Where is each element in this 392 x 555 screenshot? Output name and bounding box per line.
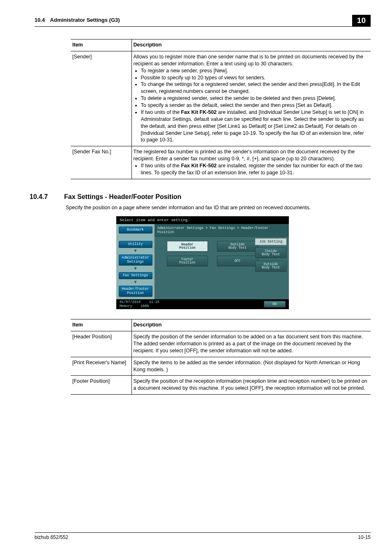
sidebar-item[interactable]: Fax Settings xyxy=(119,272,152,279)
running-footer: bizhub 652/552 10-15 xyxy=(35,532,371,540)
screenshot-statusbar: 01/07/2010 11:25 Memory 100% OK xyxy=(116,299,289,309)
table-row: [Sender Fax No.] The registered fax numb… xyxy=(71,146,371,179)
job-setting-label: Job Setting xyxy=(255,238,286,245)
running-header-text: 10.4 Administrator Settings (G3) xyxy=(35,17,120,23)
description-cell: Specify the position of the reception in… xyxy=(131,376,371,395)
chevron-down-icon: ▼ xyxy=(134,267,136,271)
chevron-down-icon: ▼ xyxy=(134,249,136,253)
sidebar-item[interactable]: Header/Footer Position xyxy=(119,286,152,297)
section-title: Fax Settings - Header/Footer Position xyxy=(64,193,181,201)
sidebar-item[interactable]: Administrator Settings xyxy=(119,254,152,266)
section-heading: 10.4.7 Fax Settings - Header/Footer Posi… xyxy=(30,193,371,201)
item-cell: [Footer Position] xyxy=(71,376,131,395)
description-cell: Specify the items to be added as the sen… xyxy=(131,357,371,376)
bookmark-button[interactable]: Bookmark xyxy=(119,227,152,234)
sidebar-item[interactable]: Utility xyxy=(119,241,152,248)
ok-button[interactable]: OK xyxy=(264,301,286,308)
header-position-button[interactable]: Header Position xyxy=(167,241,208,252)
screenshot-title: Select item and enter setting. xyxy=(116,216,289,224)
footer-right: 10-15 xyxy=(358,534,371,540)
col-header-item: Item xyxy=(71,39,131,51)
screenshot-sidebar: Bookmark Utility ▼ Administrator Setting… xyxy=(116,224,154,299)
item-cell: [Print Receiver's Name] xyxy=(71,357,131,376)
item-cell: [Sender] xyxy=(71,51,131,146)
description-cell: Allows you to register more than one sen… xyxy=(131,51,371,146)
chevron-down-icon: ▼ xyxy=(134,280,136,284)
col-header-description: Description xyxy=(131,39,371,51)
footer-left: bizhub 652/552 xyxy=(35,534,68,540)
section-number: 10.4.7 xyxy=(30,193,54,201)
settings-table-sender: Item Description [Sender] Allows you to … xyxy=(71,39,371,179)
status-time: 11:25 xyxy=(149,300,159,304)
breadcrumb: Administrator Settings > Fax Settings > … xyxy=(154,224,289,237)
table-row: [Print Receiver's Name] Specify the item… xyxy=(71,357,371,376)
description-cell: The registered fax number is printed as … xyxy=(131,146,371,179)
outside-body-text-button[interactable]: Outside Body Text xyxy=(217,241,258,252)
embedded-screenshot: Select item and enter setting. Bookmark … xyxy=(116,216,289,309)
item-cell: [Sender Fax No.] xyxy=(71,146,131,179)
status-memory-value: 100% xyxy=(141,304,149,308)
footer-position-button[interactable]: Footer Position xyxy=(167,256,208,266)
description-cell: Specify the position of the sender infor… xyxy=(131,331,371,357)
outside-body-text-button[interactable]: Outside Body Text xyxy=(255,261,286,271)
status-date: 01/07/2010 xyxy=(120,300,141,304)
table-row: [Sender] Allows you to register more tha… xyxy=(71,51,371,146)
col-header-item: Item xyxy=(71,319,131,331)
chapter-number-box: 10 xyxy=(352,15,371,27)
off-button[interactable]: OFF xyxy=(217,256,258,266)
table-row: [Header Position] Specify the position o… xyxy=(71,331,371,357)
running-header: 10.4 Administrator Settings (G3) 10 xyxy=(35,15,371,27)
col-header-description: Description xyxy=(131,319,371,331)
inside-body-text-button[interactable]: Inside Body Text xyxy=(255,247,286,258)
status-memory-label: Memory xyxy=(120,304,132,308)
table-row: [Footer Position] Specify the position o… xyxy=(71,376,371,395)
settings-table-position: Item Description [Header Position] Speci… xyxy=(71,319,371,395)
item-cell: [Header Position] xyxy=(71,331,131,357)
section-intro: Specify the position on a page where sen… xyxy=(66,205,371,210)
